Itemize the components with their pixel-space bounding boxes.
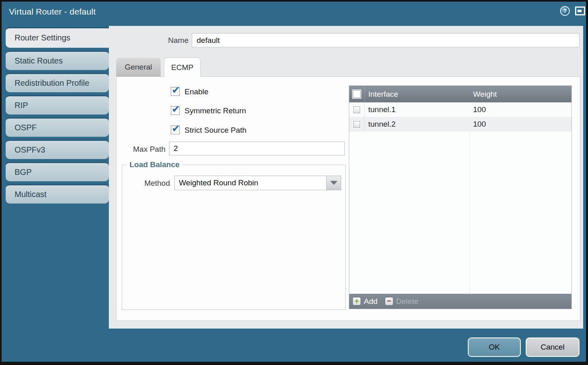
name-input[interactable]	[192, 33, 580, 47]
table-toolbar: + Add − Delete	[349, 294, 571, 309]
method-value: Weighted Round Robin	[175, 178, 326, 187]
add-button[interactable]: + Add	[352, 297, 378, 306]
sidebar-item-ospfv3[interactable]: OSPFv3	[6, 140, 109, 159]
column-divider	[469, 132, 470, 294]
table-header-row: Interface Weight	[349, 86, 571, 102]
sidebar-item-rip[interactable]: RIP	[6, 95, 109, 115]
delete-button[interactable]: − Delete	[385, 297, 418, 306]
sidebar-item-static-routes[interactable]: Static Routes	[6, 51, 109, 70]
interface-column-header: Interface	[365, 90, 469, 99]
dialog-chrome: Virtual Router - default ? Router Settin…	[2, 2, 586, 362]
weight-cell[interactable]: 100	[469, 120, 571, 129]
sidebar-item-ospf[interactable]: OSPF	[6, 117, 109, 137]
row-select-cell	[349, 117, 365, 132]
table-row[interactable]: tunnel.2 100	[349, 117, 571, 132]
row-select-cell	[349, 102, 365, 117]
symmetric-return-label: Symmetric Return	[185, 106, 246, 115]
interface-cell[interactable]: tunnel.1	[365, 105, 469, 114]
sidebar-item-router-settings[interactable]: Router Settings	[6, 27, 109, 48]
strict-source-path-checkbox[interactable]: ✔	[171, 125, 180, 134]
method-dropdown[interactable]: Weighted Round Robin	[174, 176, 341, 190]
interface-cell[interactable]: tunnel.2	[365, 120, 469, 129]
max-path-input[interactable]	[169, 142, 345, 155]
cancel-button[interactable]: Cancel	[526, 337, 580, 357]
help-icon[interactable]: ?	[560, 6, 570, 16]
row-checkbox[interactable]	[353, 106, 360, 113]
sidebar-item-multicast[interactable]: Multicast	[6, 184, 109, 204]
dialog-title: Virtual Router - default	[9, 7, 96, 17]
table-empty-area	[349, 132, 571, 294]
sidebar-item-bgp[interactable]: BGP	[6, 162, 109, 181]
chevron-down-icon	[330, 181, 338, 185]
enable-label: Enable	[185, 87, 208, 96]
max-path-label: Max Path	[119, 145, 166, 154]
checkmark-icon: ✔	[172, 103, 180, 115]
checkmark-icon: ✔	[172, 84, 180, 96]
symmetric-return-checkbox[interactable]: ✔	[171, 106, 180, 115]
row-checkbox[interactable]	[353, 121, 360, 128]
checkmark-icon: ✔	[172, 123, 180, 134]
select-all-checkbox[interactable]	[353, 90, 361, 98]
method-label: Method	[123, 179, 170, 188]
table-row[interactable]: tunnel.1 100	[349, 102, 571, 117]
ok-button[interactable]: OK	[468, 337, 521, 357]
dropdown-button[interactable]	[326, 176, 341, 190]
name-label: Name	[115, 36, 189, 45]
tab-general[interactable]: General	[116, 58, 161, 76]
virtual-router-dialog: Virtual Router - default ? Router Settin…	[0, 0, 588, 365]
plus-icon: +	[352, 297, 361, 306]
weight-column-header: Weight	[469, 90, 571, 99]
tab-ecmp[interactable]: ECMP	[164, 57, 201, 77]
enable-checkbox[interactable]: ✔	[171, 87, 180, 96]
restore-window-icon[interactable]	[575, 6, 585, 15]
select-all-cell	[349, 86, 365, 102]
interface-table: Interface Weight tunnel.1 100 tunnel.2 1…	[349, 85, 572, 309]
load-balance-legend: Load Balance	[127, 160, 182, 169]
strict-source-path-label: Strict Source Path	[185, 126, 246, 135]
weight-cell[interactable]: 100	[469, 105, 571, 114]
minus-icon: −	[385, 297, 393, 306]
sidebar-item-redistribution-profile[interactable]: Redistribution Profile	[6, 73, 109, 92]
